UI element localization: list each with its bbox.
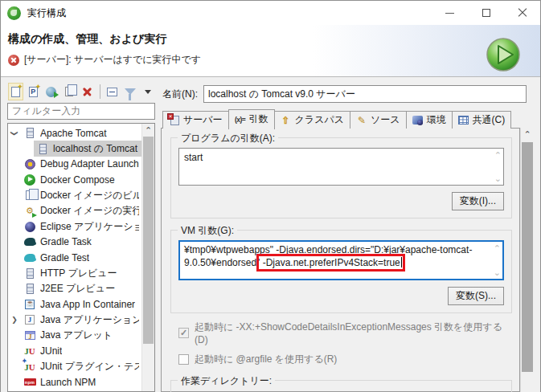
npm-icon: [23, 376, 36, 389]
tab-environment[interactable]: 環境: [406, 111, 453, 129]
program-arguments-label: プログラムの引数(A):: [178, 132, 278, 145]
minimize-button[interactable]: [432, 1, 468, 25]
tree-item-gradle-test[interactable]: Gradle Test: [8, 250, 141, 265]
configuration-detail: 名前(N): localhost の Tomcat v9.0 サーバー ✕ サー…: [161, 81, 534, 392]
tree-item-junit-plugin-test[interactable]: ✦JUnit プラグイン・テスト: [8, 359, 141, 374]
debug-adapter-icon: [23, 157, 36, 170]
tab-arguments[interactable]: 引数: [228, 109, 275, 129]
tree-item-localhost-tomcat[interactable]: localhost の Tomcat v9.0 サーバー: [8, 141, 141, 156]
view-menu-button[interactable]: [141, 83, 155, 100]
text-caret: [401, 257, 403, 267]
expander-icon[interactable]: [8, 316, 21, 324]
common-tab-icon: [458, 115, 469, 126]
export-configurations-button[interactable]: [44, 83, 59, 100]
scroll-up-icon[interactable]: [142, 124, 154, 136]
tree-item-http-preview[interactable]: HTTP プレビュー: [8, 266, 141, 281]
tab-classpath[interactable]: クラスパス: [274, 111, 350, 129]
filter-input[interactable]: フィルター入力: [7, 103, 155, 120]
expander-icon[interactable]: [8, 129, 21, 137]
scroll-down-icon: [494, 175, 502, 182]
banner-title: 構成の作成、管理、および実行: [1, 25, 540, 47]
tree-scrollbar[interactable]: [141, 124, 154, 391]
new-configuration-button[interactable]: ✦: [8, 83, 23, 100]
tree-item-apache-tomcat[interactable]: Apache Tomcat: [8, 125, 141, 141]
maximize-button[interactable]: [468, 1, 504, 25]
configurations-sidebar: ✦ P✦: [7, 81, 155, 392]
scroll-up-icon: [494, 152, 502, 158]
collapse-all-button[interactable]: [105, 83, 119, 100]
tree-item-junit[interactable]: JUnit: [8, 343, 141, 358]
panel-scrollbar[interactable]: [520, 128, 534, 392]
tree-item-docker-image-run[interactable]: Docker イメージの実行: [8, 203, 141, 218]
docker-run-icon: [23, 205, 36, 218]
collapse-all-icon: [107, 88, 117, 96]
name-label: 名前(N):: [162, 88, 198, 101]
vm-arguments-variables-button[interactable]: 変数(S)...: [448, 287, 504, 305]
new-prototype-button[interactable]: P✦: [27, 83, 41, 100]
tree-item-maven-build[interactable]: Maven ビルド: [8, 390, 141, 391]
tree-item-java-applet[interactable]: Java アプレット: [8, 328, 141, 343]
dialog-banner: 構成の作成、管理、および実行 [サーバー]: サーバーはすでに実行中です: [1, 25, 540, 77]
gradle-test-icon: [23, 251, 36, 264]
tree-scrollbar-thumb[interactable]: [143, 137, 154, 344]
maximize-icon: [482, 9, 490, 17]
gradle-icon: [23, 235, 36, 248]
tab-common[interactable]: 共通(C): [452, 111, 512, 129]
scroll-up-icon: [494, 245, 501, 251]
ipv4-argument-highlight: -Djava.net.preferIPv4Stack=true: [260, 257, 402, 268]
toolbar-separator: [100, 84, 100, 99]
tree-item-debug-adapter[interactable]: Debug Adapter Launcher: [8, 157, 141, 172]
delete-button[interactable]: [80, 83, 94, 100]
arguments-tab-icon: [235, 114, 246, 125]
tree-item-gradle-task[interactable]: Gradle Task: [8, 235, 141, 250]
server-icon: [23, 283, 36, 296]
filter-icon: [125, 88, 136, 95]
chevron-down-icon: [145, 90, 151, 94]
tree-item-docker-image-build[interactable]: Docker イメージのビルド: [8, 188, 141, 203]
container-icon: [23, 298, 36, 311]
program-arguments-variables-button[interactable]: 変数(I)...: [452, 192, 504, 210]
title-bar: 実行構成: [1, 1, 540, 25]
play-circle-icon: [23, 174, 36, 186]
scroll-up-icon[interactable]: [521, 128, 534, 141]
show-code-details-option: 起動時に -XX:+ShowCodeDetailsInExceptionMess…: [178, 321, 512, 345]
tree-item-java-application[interactable]: Java アプリケーション: [8, 312, 141, 328]
program-arguments-value: start: [184, 152, 203, 163]
arguments-tab-panel: プログラムの引数(A): start 変数(I)...: [161, 128, 520, 392]
name-input[interactable]: localhost の Tomcat v9.0 サーバー: [203, 85, 527, 103]
close-icon: [518, 8, 527, 18]
minimize-icon: [445, 13, 454, 14]
panel-scrollbar-thumb[interactable]: [522, 142, 533, 372]
tab-source[interactable]: ソース: [350, 111, 407, 129]
tree-item-j2ee-preview[interactable]: J2EE プレビュー: [8, 281, 141, 296]
working-directory-label: 作業ディレクトリー:: [178, 374, 275, 388]
vm-arguments-line1: ¥tmp0¥wtpwebapps" -Djava.endorsed.dirs="…: [184, 243, 489, 256]
tree-item-docker-compose[interactable]: Docker Compose: [8, 172, 141, 187]
program-arguments-textarea[interactable]: start: [178, 148, 504, 186]
classpath-tab-icon: [281, 115, 292, 126]
filter-button[interactable]: [123, 83, 137, 100]
working-directory-group: 作業ディレクトリー: デフォルト(U): D:¥dev¥sts-4.10.0.R…: [170, 380, 512, 392]
tree-item-java-app-in-container[interactable]: Java App In Container: [8, 296, 141, 312]
tree-item-launch-npm[interactable]: Launch NPM: [8, 374, 141, 390]
duplicate-button[interactable]: [62, 83, 76, 100]
checkbox-unchecked-icon[interactable]: [178, 354, 189, 365]
argfile-option[interactable]: 起動時に @argfile を使用する(R): [178, 353, 512, 366]
junit-icon: [23, 345, 36, 357]
vm-arguments-textarea[interactable]: ¥tmp0¥wtpwebapps" -Djava.endorsed.dirs="…: [178, 240, 504, 280]
tab-server[interactable]: ✕ サーバー: [162, 111, 229, 129]
window-title: 実行構成: [27, 6, 66, 20]
docker-build-icon: [23, 189, 36, 202]
program-arguments-group: プログラムの引数(A): start 変数(I)...: [170, 137, 512, 218]
server-icon: [23, 127, 36, 140]
spring-leaf-icon: [7, 6, 21, 20]
environment-tab-icon: [412, 115, 424, 126]
source-tab-icon: [356, 115, 367, 126]
tree-item-eclipse-application[interactable]: Eclipse アプリケーション: [8, 218, 141, 234]
tab-strip: ✕ サーバー 引数 クラスパス ソース 環境: [161, 108, 534, 129]
vm-arguments-group: VM 引数(G): ¥tmp0¥wtpwebapps" -Djava.endor…: [170, 230, 512, 313]
server-icon: [23, 267, 36, 280]
error-message: [サーバー]: サーバーはすでに実行中です: [24, 53, 201, 67]
close-button[interactable]: [504, 1, 540, 25]
run-button[interactable]: [486, 37, 521, 72]
